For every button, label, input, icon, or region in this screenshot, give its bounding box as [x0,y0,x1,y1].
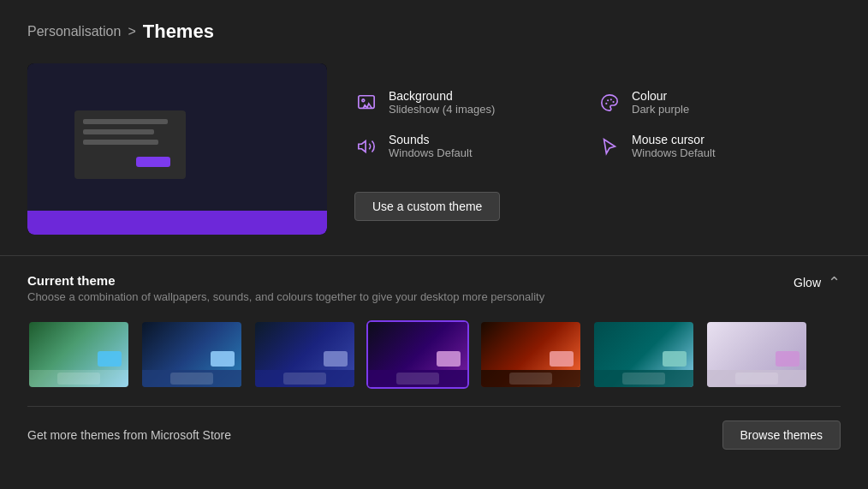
background-value: Slideshow (4 images) [389,103,495,116]
thumb-indicator-6 [663,351,687,367]
current-theme-desc: Choose a combination of wallpapers, soun… [27,290,544,303]
thumb-indicator-4 [437,351,461,367]
mouse-cursor-text: Mouse cursor Windows Default [632,133,716,159]
preview-taskbar-btn [136,157,170,167]
mouse-cursor-label: Mouse cursor [632,133,716,146]
colour-label: Colour [632,89,689,103]
current-theme-title: Current theme [27,273,544,288]
browse-themes-button[interactable]: Browse themes [722,420,841,450]
theme-options: Background Slideshow (4 images) [354,63,841,235]
svg-point-5 [612,101,614,103]
thumb-bg-2 [142,322,241,387]
section-divider [0,255,868,256]
theme-thumb-3[interactable] [253,320,356,389]
mouse-cursor-icon [597,134,621,158]
thumb-taskbar-6 [594,370,693,387]
thumb-bg-1 [29,322,128,387]
thumb-taskbar-inner-2 [170,373,213,385]
svg-marker-6 [359,141,366,152]
thumb-taskbar-2 [142,370,241,387]
thumb-bg-4 [368,322,467,387]
thumb-taskbar-1 [29,370,128,387]
themes-row [27,320,841,389]
current-theme-header: Current theme Choose a combination of wa… [27,273,841,303]
option-background[interactable]: Background Slideshow (4 images) [354,81,597,124]
thumb-bg-6 [594,322,693,387]
mouse-cursor-value: Windows Default [632,146,716,159]
preview-window [74,110,186,179]
more-themes-text: Get more themes from Microsoft Store [27,428,231,442]
breadcrumb: Personalisation > Themes [27,21,841,43]
theme-thumb-2[interactable] [140,320,243,389]
theme-thumb-7[interactable] [705,320,808,389]
sounds-icon [354,134,378,158]
background-text: Background Slideshow (4 images) [389,89,495,116]
sounds-text: Sounds Windows Default [389,133,473,159]
preview-taskbar [27,211,327,235]
thumb-taskbar-7 [707,370,806,387]
thumb-indicator-2 [211,351,235,367]
theme-thumb-4[interactable] [366,320,469,389]
bottom-bar: Get more themes from Microsoft Store Bro… [27,406,841,450]
sounds-value: Windows Default [389,146,473,159]
glow-toggle[interactable]: Glow ⌃ [794,273,841,292]
background-icon [354,91,378,115]
option-colour[interactable]: Colour Dark purple [597,81,841,124]
thumb-taskbar-inner-7 [735,373,778,385]
page-container: Personalisation > Themes [0,0,868,470]
preview-line-1 [83,119,168,124]
options-grid: Background Slideshow (4 images) [354,81,841,168]
thumb-indicator-5 [550,351,574,367]
theme-thumb-6[interactable] [592,320,695,389]
thumb-taskbar-inner-6 [622,373,665,385]
thumb-indicator-1 [98,351,122,367]
top-section: Background Slideshow (4 images) [27,63,841,235]
svg-point-2 [605,103,607,104]
theme-thumb-1[interactable] [27,320,130,389]
breadcrumb-parent[interactable]: Personalisation [27,24,121,39]
thumb-taskbar-5 [481,370,580,387]
breadcrumb-current: Themes [143,21,214,43]
theme-thumb-5[interactable] [479,320,582,389]
svg-point-4 [610,98,612,100]
thumb-taskbar-3 [255,370,354,387]
thumb-taskbar-inner-5 [509,373,552,385]
option-sounds[interactable]: Sounds Windows Default [354,124,597,168]
colour-icon [597,91,621,115]
option-mouse-cursor[interactable]: Mouse cursor Windows Default [597,124,841,168]
colour-value: Dark purple [632,103,689,116]
breadcrumb-separator: > [128,24,135,39]
thumb-taskbar-4 [368,370,467,387]
preview-line-2 [83,129,154,134]
thumb-taskbar-inner-3 [283,373,326,385]
custom-theme-button[interactable]: Use a custom theme [354,192,500,221]
thumb-taskbar-inner-1 [57,373,100,385]
colour-text: Colour Dark purple [632,89,689,116]
preview-line-3 [83,140,158,145]
thumb-bg-7 [707,322,806,387]
thumb-indicator-3 [324,351,348,367]
chevron-up-icon: ⌃ [828,273,841,292]
thumb-taskbar-inner-4 [396,373,439,385]
theme-preview [27,63,327,235]
current-theme-info: Current theme Choose a combination of wa… [27,273,544,303]
current-theme-section: Current theme Choose a combination of wa… [27,273,841,389]
thumb-bg-5 [481,322,580,387]
preview-desktop [27,63,327,235]
background-label: Background [389,89,495,103]
glow-label: Glow [794,276,821,289]
thumb-bg-3 [255,322,354,387]
thumb-indicator-7 [776,351,800,367]
svg-point-3 [607,99,609,101]
svg-point-1 [362,99,365,102]
sounds-label: Sounds [389,133,473,146]
